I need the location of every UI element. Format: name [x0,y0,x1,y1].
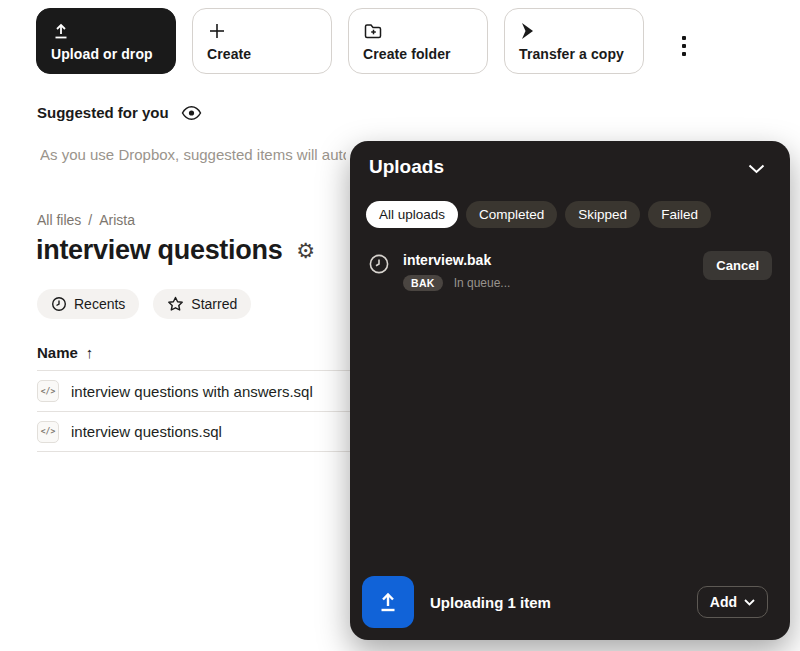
suggested-description: As you use Dropbox, suggested items will… [40,146,346,163]
upload-icon [51,20,73,42]
create-button[interactable]: Create [192,8,332,74]
file-name: interview questions.sql [71,423,222,440]
create-label: Create [207,46,317,62]
file-name: interview questions with answers.sql [71,383,313,400]
title-row: interview questions ⚙ [36,235,315,266]
transfer-a-copy-button[interactable]: Transfer a copy [504,8,644,74]
suggested-heading: Suggested for you [37,104,169,121]
uploading-count-text: Uploading 1 item [430,594,697,611]
breadcrumb-separator: / [88,212,92,228]
file-type-badge: BAK [403,275,443,291]
tab-completed[interactable]: Completed [466,201,557,228]
queued-clock-icon [368,253,390,279]
upload-or-drop-label: Upload or drop [51,46,161,62]
create-folder-label: Create folder [363,46,473,62]
dropbox-folder-page: Upload or drop Create Create folder [0,0,800,651]
action-button-row: Upload or drop Create Create folder [36,8,690,74]
eye-icon[interactable] [181,105,202,121]
more-actions-menu-button[interactable] [678,32,690,60]
upload-or-drop-button[interactable]: Upload or drop [36,8,176,74]
transfer-a-copy-label: Transfer a copy [519,46,629,62]
upload-item-meta: interview.bak BAK In queue... [403,251,690,291]
suggested-section-header: Suggested for you [37,104,202,121]
code-file-icon: </> [37,421,59,443]
breadcrumb-arista[interactable]: Arista [99,212,135,228]
sort-ascending-icon: ↑ [86,344,94,361]
folder-plus-icon [363,20,385,42]
uploads-panel-title: Uploads [369,156,444,178]
upload-file-name: interview.bak [403,252,491,268]
recents-filter-chip[interactable]: Recents [37,289,139,319]
collapse-panel-button[interactable] [744,157,768,181]
uploads-filter-tabs: All uploads Completed Skipped Failed [366,201,711,228]
folder-settings-gear-icon[interactable]: ⚙ [296,240,315,261]
starred-filter-chip[interactable]: Starred [153,289,251,319]
chevron-down-icon [748,164,765,174]
tab-failed[interactable]: Failed [648,201,711,228]
clock-icon [51,296,67,312]
upload-list-item: interview.bak BAK In queue... Cancel [368,251,772,291]
filter-chip-row: Recents Starred [37,289,251,319]
chevron-down-icon [744,599,755,606]
upload-item-subline: BAK In queue... [403,275,690,291]
add-label: Add [710,594,737,610]
breadcrumb: All files / Arista [37,212,135,228]
code-file-icon: </> [37,380,59,402]
cancel-upload-button[interactable]: Cancel [703,251,772,280]
transfer-chevron-icon [519,20,541,42]
star-icon [167,296,184,312]
starred-label: Starred [191,296,237,312]
add-more-uploads-button[interactable]: Add [697,586,768,618]
create-folder-button[interactable]: Create folder [348,8,488,74]
uploading-status-icon [362,576,414,628]
upload-status-text: In queue... [454,276,511,290]
uploads-panel: Uploads All uploads Completed Skipped Fa… [350,141,790,640]
breadcrumb-all-files[interactable]: All files [37,212,81,228]
tab-all-uploads[interactable]: All uploads [366,201,458,228]
name-column-label: Name [37,344,78,361]
table-header-name[interactable]: Name ↑ [37,344,93,361]
uploads-panel-footer: Uploading 1 item Add [350,564,790,640]
plus-icon [207,20,229,42]
tab-skipped[interactable]: Skipped [565,201,640,228]
page-title: interview questions [36,235,282,266]
recents-label: Recents [74,296,125,312]
